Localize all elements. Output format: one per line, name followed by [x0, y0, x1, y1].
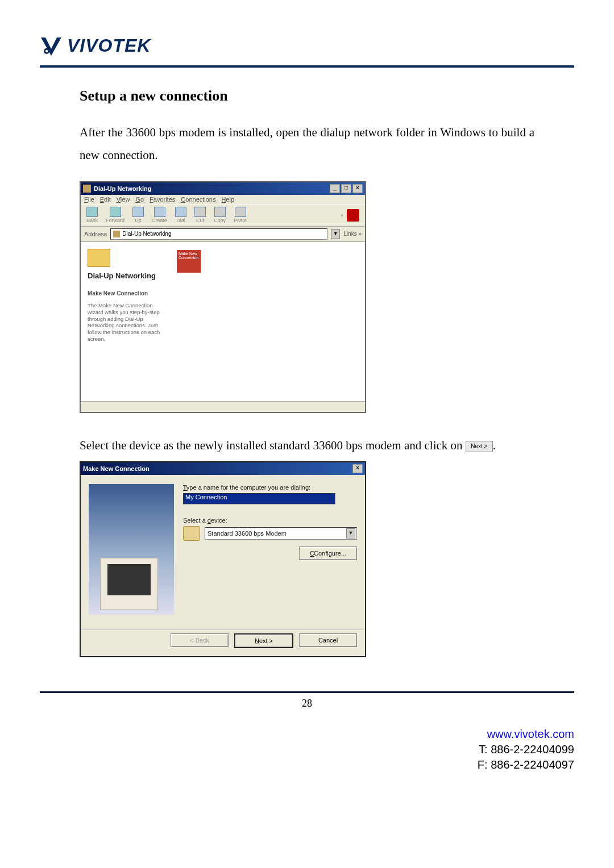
device-value: Standard 33600 bps Modem [208, 530, 287, 537]
toolbar: Back Forward Up Create Dial Cut Copy Pas… [81, 204, 365, 227]
modem-icon [183, 526, 200, 541]
sidebar-subtitle: Make New Connection [88, 290, 162, 297]
menu-favorites[interactable]: Favorites [150, 196, 175, 203]
window-title: Dial-Up Networking [94, 185, 151, 192]
address-dropdown[interactable]: ▼ [331, 229, 340, 239]
window-titlebar: Dial-Up Networking _ □ × [81, 182, 365, 195]
brand-logo: VIVOTEK [40, 34, 574, 57]
folder-icon [113, 231, 120, 237]
dialog-titlebar: Make New Connection × [81, 462, 365, 475]
tb-forward[interactable]: Forward [106, 207, 125, 223]
links-label[interactable]: Links » [343, 231, 362, 237]
tb-paste[interactable]: Paste [234, 207, 247, 223]
make-new-connection-icon[interactable]: Make New Connection [177, 250, 201, 273]
tb-up[interactable]: Up [132, 207, 144, 223]
document-footer: www.vivotek.com T: 886-2-22404099 F: 886… [40, 727, 574, 773]
tb-back[interactable]: Back [86, 207, 98, 223]
dialog-title: Make New Connection [83, 465, 150, 472]
maximize-button[interactable]: □ [341, 184, 351, 193]
make-new-connection-dialog: Make New Connection × TType a name for t… [80, 461, 366, 657]
name-label: TType a name for the computer you are di… [183, 484, 357, 491]
menu-help[interactable]: Help [222, 196, 235, 203]
sidebar-description: The Make New Connection wizard walks you… [88, 302, 162, 343]
tb-create[interactable]: Create [152, 207, 167, 223]
chevron-down-icon[interactable]: ▼ [346, 528, 355, 539]
tb-cut[interactable]: Cut [194, 207, 206, 223]
minimize-button[interactable]: _ [330, 184, 340, 193]
menu-bar: File Edit View Go Favorites Connections … [81, 195, 365, 204]
menu-view[interactable]: View [117, 196, 130, 203]
para2-text-a: Select the device as the newly installed… [80, 439, 466, 452]
tb-dial[interactable]: Dial [175, 207, 186, 223]
dialup-window: Dial-Up Networking _ □ × File Edit View … [80, 181, 366, 413]
cancel-button[interactable]: Cancel [299, 633, 357, 647]
svg-point-1 [45, 50, 48, 52]
dialog-close-button[interactable]: × [352, 464, 363, 473]
paragraph-1: After the 33600 bps modem is installed, … [80, 122, 534, 167]
menu-connections[interactable]: Connections [181, 196, 215, 203]
brand-mark-icon [40, 34, 63, 57]
explorer-sidebar: Dial-Up Networking Make New Connection T… [81, 242, 169, 401]
footer-tel: T: 886-2-22404099 [479, 743, 574, 756]
device-select[interactable]: Standard 33600 bps Modem ▼ [205, 527, 357, 540]
sidebar-title: Dial-Up Networking [88, 272, 162, 280]
back-button: < Back [171, 633, 229, 647]
monitor-icon [100, 558, 158, 610]
page-number: 28 [40, 698, 574, 710]
address-label: Address [84, 231, 107, 237]
menu-edit[interactable]: Edit [100, 196, 111, 203]
wizard-banner-image [89, 484, 174, 615]
footer-rule [40, 691, 574, 693]
connection-name-input[interactable]: My Connection [183, 493, 335, 504]
footer-url[interactable]: www.vivotek.com [487, 728, 574, 740]
menu-go[interactable]: Go [135, 196, 144, 203]
tb-copy[interactable]: Copy [214, 207, 226, 223]
inline-next-button-image: Next > [466, 441, 493, 452]
app-icon [83, 185, 91, 193]
document-page: VIVOTEK Setup a new connection After the… [0, 0, 614, 795]
address-bar: Address Dial-Up Networking ▼ Links » [81, 227, 365, 242]
section-heading: Setup a new connection [80, 87, 534, 105]
next-button[interactable]: Next > [234, 633, 293, 648]
para2-text-b: . [493, 439, 496, 452]
status-bar [81, 401, 365, 412]
wizard-form: TType a name for the computer you are di… [183, 484, 357, 620]
explorer-file-area[interactable]: Make New Connection [169, 242, 365, 401]
folder-icon [88, 249, 110, 267]
footer-fax: F: 886-2-22404097 [478, 758, 574, 771]
address-input[interactable]: Dial-Up Networking [110, 228, 327, 240]
brand-name: VIVOTEK [67, 35, 151, 56]
header-rule [40, 65, 574, 68]
menu-file[interactable]: File [84, 196, 94, 203]
configure-button[interactable]: CConfigure... [299, 546, 357, 560]
address-value: Dial-Up Networking [122, 231, 171, 237]
device-label: Select a device: [183, 517, 357, 524]
dialog-button-row: < Back Next > Cancel [81, 629, 365, 656]
paragraph-2: Select the device as the newly installed… [80, 439, 534, 453]
close-button[interactable]: × [352, 184, 363, 193]
throbber-icon [347, 209, 359, 222]
